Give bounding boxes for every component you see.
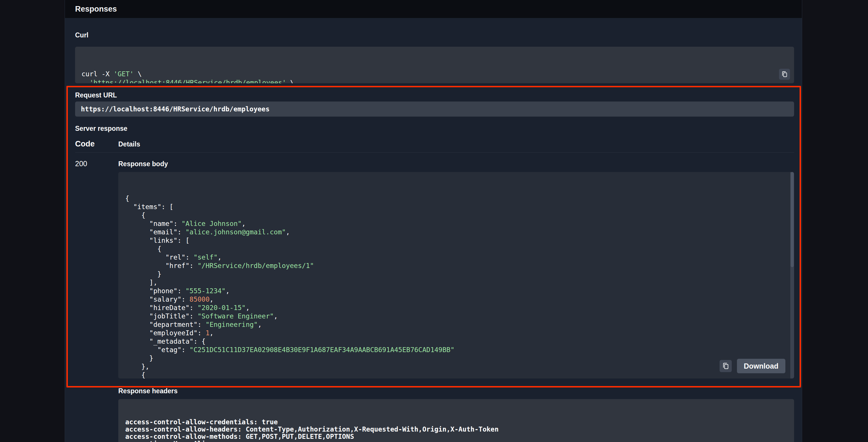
server-response-label: Server response [75,125,794,132]
response-headers-code: access-control-allow-credentials: true a… [125,418,787,442]
clipboard-icon [781,71,788,78]
responses-title: Responses [75,5,117,13]
server-response-table-header: Code Details [75,140,794,152]
request-url-value: https://localhost:8446/HRService/hrdb/em… [75,101,794,117]
responses-content: Curl curl -X 'GET' \ 'https://localhost:… [65,18,802,442]
responses-panel: Responses Curl curl -X 'GET' \ 'https://… [65,0,802,442]
status-code-value: 200 [75,159,118,442]
response-body-copy-button[interactable] [719,360,732,372]
responses-section-header: Responses [65,0,802,18]
clipboard-icon [722,362,730,370]
server-response-table: Code Details 200 Response body { "items"… [75,140,794,442]
response-body-code: { "items": [ { "name": "Alice Johnson", … [125,194,787,379]
curl-code: curl -X 'GET' \ 'https://localhost:8446/… [82,69,788,83]
details-column-header: Details [118,140,140,148]
curl-label: Curl [75,31,794,39]
response-details-cell: Response body { "items": [ { "name": "Al… [118,159,794,442]
code-column-header: Code [75,140,118,148]
response-headers-block: access-control-allow-credentials: true a… [118,399,794,442]
response-headers-label: Response headers [118,387,794,395]
curl-command-block: curl -X 'GET' \ 'https://localhost:8446/… [75,47,794,83]
download-button[interactable]: Download [737,359,785,373]
response-body-label: Response body [118,160,794,168]
request-url-label: Request URL [75,91,794,99]
response-body-block[interactable]: { "items": [ { "name": "Alice Johnson", … [118,172,794,379]
response-body-scrollbar-thumb[interactable] [790,172,794,267]
response-body-scrollbar[interactable] [790,172,794,379]
response-body-actions: Download [719,359,785,373]
curl-copy-button[interactable] [779,69,790,80]
server-response-row: 200 Response body { "items": [ { "name":… [75,152,794,442]
